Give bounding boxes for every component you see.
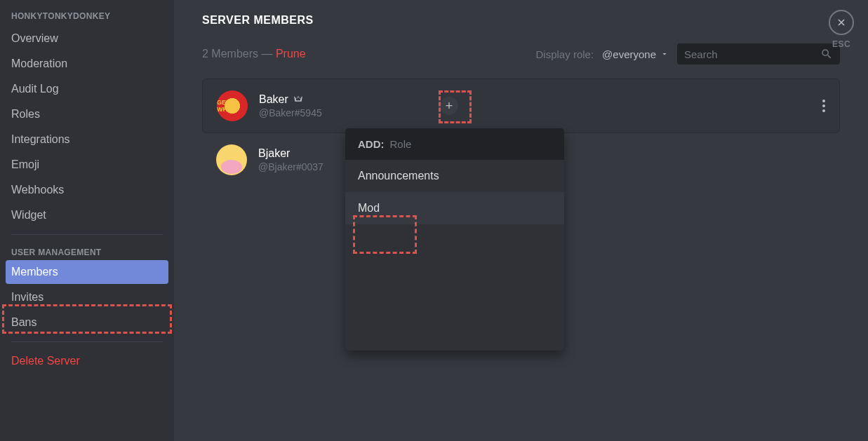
member-count: 2 Members — Prune bbox=[202, 48, 306, 60]
divider bbox=[11, 234, 163, 235]
sidebar-item-roles[interactable]: Roles bbox=[6, 102, 168, 126]
member-menu-button[interactable] bbox=[822, 100, 825, 112]
member-tag: @Baker#5945 bbox=[259, 107, 413, 118]
count-text: 2 Members — bbox=[202, 48, 276, 60]
close-panel: ESC bbox=[829, 10, 854, 49]
sidebar-item-audit-log[interactable]: Audit Log bbox=[6, 77, 168, 101]
member-info: Baker @Baker#5945 bbox=[259, 93, 413, 118]
popover-role-option-mod[interactable]: Mod bbox=[345, 192, 564, 224]
close-icon bbox=[836, 17, 847, 28]
search-icon bbox=[820, 48, 833, 60]
member-name: Baker bbox=[259, 93, 413, 106]
search-input[interactable] bbox=[684, 48, 820, 60]
crown-icon bbox=[293, 94, 304, 105]
display-role-value: @everyone bbox=[602, 48, 656, 60]
sidebar-item-delete-server[interactable]: Delete Server bbox=[6, 349, 168, 373]
sidebar-item-emoji[interactable]: Emoji bbox=[6, 153, 168, 177]
chevron-down-icon bbox=[660, 50, 669, 58]
display-role-label: Display role: bbox=[536, 48, 594, 60]
sidebar-item-invites[interactable]: Invites bbox=[6, 285, 168, 309]
toolbar-right: Display role: @everyone bbox=[536, 43, 840, 65]
plus-icon: + bbox=[446, 99, 453, 114]
sidebar-item-moderation[interactable]: Moderation bbox=[6, 52, 168, 76]
sidebar-item-integrations[interactable]: Integrations bbox=[6, 128, 168, 151]
popover-role-option-announcements[interactable]: Announcements bbox=[345, 160, 564, 192]
popover-add-label: ADD: bbox=[358, 138, 385, 150]
settings-sidebar: HONKYTONKYDONKEY Overview Moderation Aud… bbox=[0, 0, 174, 441]
popover-role-input[interactable]: Role bbox=[390, 138, 412, 150]
avatar: GEE WHIZ bbox=[217, 90, 248, 121]
sidebar-item-overview[interactable]: Overview bbox=[6, 27, 168, 50]
close-button[interactable] bbox=[829, 10, 854, 35]
member-name-text: Baker bbox=[259, 93, 288, 106]
avatar bbox=[216, 144, 247, 175]
prune-link[interactable]: Prune bbox=[276, 48, 306, 60]
members-toolbar: 2 Members — Prune Display role: @everyon… bbox=[202, 43, 840, 65]
sidebar-item-widget[interactable]: Widget bbox=[6, 203, 168, 227]
divider bbox=[11, 341, 163, 342]
add-role-button[interactable]: + bbox=[440, 97, 458, 115]
page-title: SERVER MEMBERS bbox=[202, 14, 840, 27]
add-role-popover: ADD: Role Announcements Mod bbox=[345, 128, 564, 351]
member-name-text: Bjaker bbox=[258, 147, 290, 160]
sidebar-item-bans[interactable]: Bans bbox=[6, 311, 168, 334]
user-management-label: USER MANAGEMENT bbox=[6, 242, 168, 260]
popover-header[interactable]: ADD: Role bbox=[345, 128, 564, 160]
search-box[interactable] bbox=[677, 43, 840, 65]
esc-label: ESC bbox=[829, 39, 854, 49]
sidebar-item-members[interactable]: Members bbox=[6, 260, 168, 284]
sidebar-item-webhooks[interactable]: Webhooks bbox=[6, 178, 168, 202]
server-name-header: HONKYTONKYDONKEY bbox=[6, 11, 168, 27]
member-row[interactable]: GEE WHIZ Baker @Baker#5945 + bbox=[202, 79, 840, 133]
display-role-dropdown[interactable]: @everyone bbox=[602, 48, 669, 60]
